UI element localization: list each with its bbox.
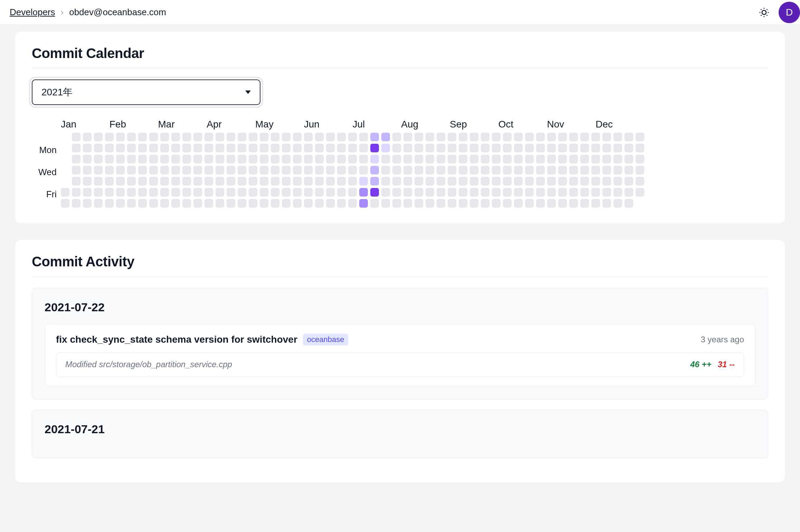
contribution-cell[interactable] (182, 199, 191, 208)
contribution-cell[interactable] (591, 188, 600, 197)
contribution-cell[interactable] (370, 144, 379, 152)
contribution-cell[interactable] (127, 166, 136, 174)
contribution-cell[interactable] (94, 166, 103, 174)
contribution-cell[interactable] (204, 188, 213, 197)
contribution-cell[interactable] (392, 188, 401, 197)
contribution-cell[interactable] (558, 155, 567, 163)
contribution-cell[interactable] (348, 199, 357, 208)
contribution-cell[interactable] (238, 133, 246, 141)
contribution-cell[interactable] (403, 177, 412, 186)
contribution-cell[interactable] (227, 133, 235, 141)
contribution-cell[interactable] (337, 144, 346, 152)
contribution-cell[interactable] (381, 166, 390, 174)
contribution-cell[interactable] (514, 177, 523, 186)
contribution-cell[interactable] (83, 133, 92, 141)
contribution-cell[interactable] (536, 155, 545, 163)
contribution-cell[interactable] (359, 155, 368, 163)
contribution-cell[interactable] (437, 144, 445, 152)
contribution-cell[interactable] (260, 155, 268, 163)
contribution-cell[interactable] (182, 188, 191, 197)
contribution-cell[interactable] (448, 144, 456, 152)
contribution-cell[interactable] (591, 133, 600, 141)
contribution-cell[interactable] (293, 177, 302, 186)
contribution-cell[interactable] (227, 199, 235, 208)
contribution-cell[interactable] (459, 133, 467, 141)
contribution-cell[interactable] (359, 177, 368, 186)
contribution-cell[interactable] (625, 133, 633, 141)
contribution-cell[interactable] (481, 177, 489, 186)
contribution-cell[interactable] (613, 133, 622, 141)
contribution-cell[interactable] (105, 144, 114, 152)
contribution-cell[interactable] (83, 166, 92, 174)
contribution-cell[interactable] (437, 177, 445, 186)
contribution-cell[interactable] (249, 199, 257, 208)
contribution-cell[interactable] (437, 155, 445, 163)
contribution-cell[interactable] (138, 188, 147, 197)
contribution-cell[interactable] (392, 144, 401, 152)
contribution-cell[interactable] (193, 177, 202, 186)
contribution-cell[interactable] (370, 155, 379, 163)
contribution-cell[interactable] (83, 177, 92, 186)
contribution-cell[interactable] (216, 155, 224, 163)
contribution-cell[interactable] (326, 199, 335, 208)
contribution-cell[interactable] (138, 133, 147, 141)
contribution-cell[interactable] (459, 177, 467, 186)
contribution-cell[interactable] (271, 199, 279, 208)
contribution-cell[interactable] (448, 133, 456, 141)
contribution-cell[interactable] (525, 188, 534, 197)
contribution-cell[interactable] (315, 199, 324, 208)
breadcrumb-root-link[interactable]: Developers (10, 7, 55, 18)
contribution-cell[interactable] (448, 155, 456, 163)
contribution-cell[interactable] (182, 155, 191, 163)
contribution-cell[interactable] (193, 155, 202, 163)
contribution-cell[interactable] (591, 144, 600, 152)
contribution-cell[interactable] (569, 177, 578, 186)
contribution-cell[interactable] (448, 199, 456, 208)
contribution-cell[interactable] (216, 166, 224, 174)
contribution-cell[interactable] (591, 199, 600, 208)
contribution-cell[interactable] (249, 166, 257, 174)
contribution-cell[interactable] (160, 199, 169, 208)
contribution-cell[interactable] (238, 144, 246, 152)
contribution-cell[interactable] (182, 144, 191, 152)
contribution-cell[interactable] (558, 166, 567, 174)
contribution-cell[interactable] (282, 155, 291, 163)
contribution-cell[interactable] (459, 188, 467, 197)
contribution-cell[interactable] (370, 188, 379, 197)
contribution-cell[interactable] (636, 155, 644, 163)
avatar[interactable]: D (779, 2, 800, 23)
contribution-cell[interactable] (216, 133, 224, 141)
contribution-cell[interactable] (72, 144, 80, 152)
contribution-cell[interactable] (116, 166, 125, 174)
contribution-cell[interactable] (503, 166, 512, 174)
contribution-cell[interactable] (315, 188, 324, 197)
contribution-cell[interactable] (426, 155, 434, 163)
contribution-cell[interactable] (547, 199, 556, 208)
contribution-cell[interactable] (348, 166, 357, 174)
contribution-cell[interactable] (249, 155, 257, 163)
contribution-cell[interactable] (171, 133, 180, 141)
contribution-cell[interactable] (503, 144, 512, 152)
contribution-cell[interactable] (492, 166, 501, 174)
theme-toggle-button[interactable] (758, 6, 770, 19)
contribution-cell[interactable] (171, 199, 180, 208)
contribution-cell[interactable] (171, 155, 180, 163)
contribution-cell[interactable] (437, 166, 445, 174)
contribution-cell[interactable] (72, 166, 80, 174)
contribution-cell[interactable] (602, 133, 611, 141)
contribution-cell[interactable] (403, 188, 412, 197)
contribution-cell[interactable] (437, 199, 445, 208)
contribution-cell[interactable] (403, 166, 412, 174)
contribution-cell[interactable] (293, 188, 302, 197)
contribution-cell[interactable] (260, 199, 268, 208)
contribution-cell[interactable] (160, 166, 169, 174)
contribution-cell[interactable] (636, 133, 644, 141)
contribution-cell[interactable] (326, 155, 335, 163)
contribution-cell[interactable] (348, 144, 357, 152)
contribution-cell[interactable] (381, 144, 390, 152)
contribution-cell[interactable] (448, 188, 456, 197)
contribution-cell[interactable] (337, 155, 346, 163)
contribution-cell[interactable] (337, 188, 346, 197)
contribution-cell[interactable] (448, 177, 456, 186)
contribution-cell[interactable] (149, 144, 158, 152)
